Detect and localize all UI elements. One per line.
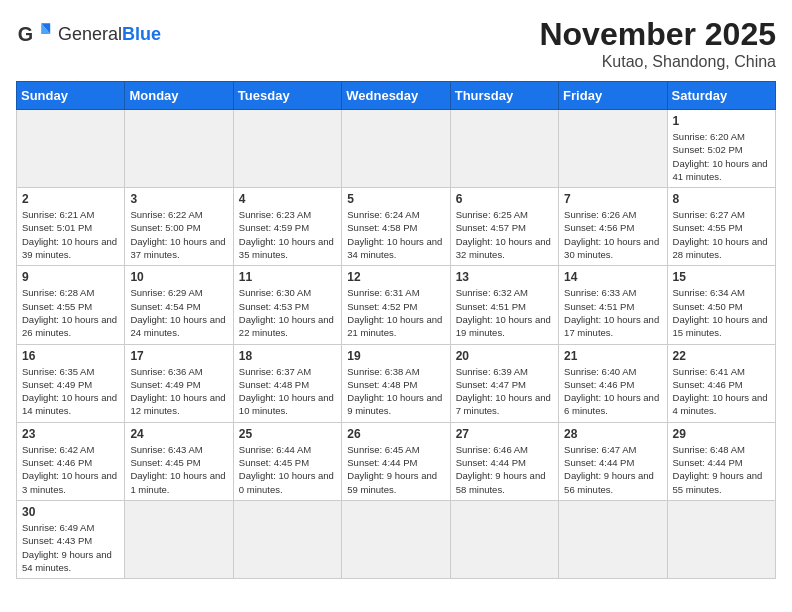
cell-sun-info: Sunrise: 6:26 AMSunset: 4:56 PMDaylight:… [564,208,661,261]
calendar-cell: 7Sunrise: 6:26 AMSunset: 4:56 PMDaylight… [559,188,667,266]
calendar-cell: 27Sunrise: 6:46 AMSunset: 4:44 PMDayligh… [450,422,558,500]
day-number: 8 [673,192,770,206]
day-number: 30 [22,505,119,519]
cell-sun-info: Sunrise: 6:40 AMSunset: 4:46 PMDaylight:… [564,365,661,418]
day-number: 5 [347,192,444,206]
cell-sun-info: Sunrise: 6:42 AMSunset: 4:46 PMDaylight:… [22,443,119,496]
cell-sun-info: Sunrise: 6:32 AMSunset: 4:51 PMDaylight:… [456,286,553,339]
day-number: 15 [673,270,770,284]
calendar-cell: 12Sunrise: 6:31 AMSunset: 4:52 PMDayligh… [342,266,450,344]
day-number: 9 [22,270,119,284]
day-number: 17 [130,349,227,363]
calendar-cell [450,500,558,578]
calendar-cell: 30Sunrise: 6:49 AMSunset: 4:43 PMDayligh… [17,500,125,578]
day-number: 4 [239,192,336,206]
cell-sun-info: Sunrise: 6:21 AMSunset: 5:01 PMDaylight:… [22,208,119,261]
day-number: 25 [239,427,336,441]
weekday-header: Wednesday [342,82,450,110]
day-number: 12 [347,270,444,284]
cell-sun-info: Sunrise: 6:35 AMSunset: 4:49 PMDaylight:… [22,365,119,418]
day-number: 23 [22,427,119,441]
cell-sun-info: Sunrise: 6:28 AMSunset: 4:55 PMDaylight:… [22,286,119,339]
calendar-cell: 22Sunrise: 6:41 AMSunset: 4:46 PMDayligh… [667,344,775,422]
month-title: November 2025 [539,16,776,53]
cell-sun-info: Sunrise: 6:20 AMSunset: 5:02 PMDaylight:… [673,130,770,183]
calendar-cell: 15Sunrise: 6:34 AMSunset: 4:50 PMDayligh… [667,266,775,344]
calendar-cell: 2Sunrise: 6:21 AMSunset: 5:01 PMDaylight… [17,188,125,266]
day-number: 16 [22,349,119,363]
title-block: November 2025 Kutao, Shandong, China [539,16,776,71]
calendar-cell: 11Sunrise: 6:30 AMSunset: 4:53 PMDayligh… [233,266,341,344]
calendar-cell: 13Sunrise: 6:32 AMSunset: 4:51 PMDayligh… [450,266,558,344]
day-number: 13 [456,270,553,284]
calendar-cell [667,500,775,578]
day-number: 2 [22,192,119,206]
logo: G GeneralBlue [16,16,161,52]
day-number: 29 [673,427,770,441]
cell-sun-info: Sunrise: 6:46 AMSunset: 4:44 PMDaylight:… [456,443,553,496]
weekday-header: Friday [559,82,667,110]
calendar-week-row: 2Sunrise: 6:21 AMSunset: 5:01 PMDaylight… [17,188,776,266]
calendar-week-row: 30Sunrise: 6:49 AMSunset: 4:43 PMDayligh… [17,500,776,578]
calendar-cell [125,500,233,578]
day-number: 19 [347,349,444,363]
cell-sun-info: Sunrise: 6:41 AMSunset: 4:46 PMDaylight:… [673,365,770,418]
weekday-header: Sunday [17,82,125,110]
cell-sun-info: Sunrise: 6:23 AMSunset: 4:59 PMDaylight:… [239,208,336,261]
svg-text:G: G [18,23,33,45]
calendar-cell: 17Sunrise: 6:36 AMSunset: 4:49 PMDayligh… [125,344,233,422]
cell-sun-info: Sunrise: 6:31 AMSunset: 4:52 PMDaylight:… [347,286,444,339]
weekday-header-row: SundayMondayTuesdayWednesdayThursdayFrid… [17,82,776,110]
day-number: 20 [456,349,553,363]
calendar-cell: 8Sunrise: 6:27 AMSunset: 4:55 PMDaylight… [667,188,775,266]
weekday-header: Saturday [667,82,775,110]
calendar-cell: 9Sunrise: 6:28 AMSunset: 4:55 PMDaylight… [17,266,125,344]
logo-icon: G [16,16,52,52]
calendar-week-row: 23Sunrise: 6:42 AMSunset: 4:46 PMDayligh… [17,422,776,500]
calendar-cell: 18Sunrise: 6:37 AMSunset: 4:48 PMDayligh… [233,344,341,422]
cell-sun-info: Sunrise: 6:49 AMSunset: 4:43 PMDaylight:… [22,521,119,574]
weekday-header: Monday [125,82,233,110]
calendar-cell [559,110,667,188]
cell-sun-info: Sunrise: 6:45 AMSunset: 4:44 PMDaylight:… [347,443,444,496]
day-number: 11 [239,270,336,284]
calendar-week-row: 9Sunrise: 6:28 AMSunset: 4:55 PMDaylight… [17,266,776,344]
location: Kutao, Shandong, China [539,53,776,71]
calendar-cell [233,110,341,188]
cell-sun-info: Sunrise: 6:27 AMSunset: 4:55 PMDaylight:… [673,208,770,261]
cell-sun-info: Sunrise: 6:36 AMSunset: 4:49 PMDaylight:… [130,365,227,418]
calendar-cell: 20Sunrise: 6:39 AMSunset: 4:47 PMDayligh… [450,344,558,422]
cell-sun-info: Sunrise: 6:24 AMSunset: 4:58 PMDaylight:… [347,208,444,261]
calendar-week-row: 1Sunrise: 6:20 AMSunset: 5:02 PMDaylight… [17,110,776,188]
cell-sun-info: Sunrise: 6:22 AMSunset: 5:00 PMDaylight:… [130,208,227,261]
calendar-cell [17,110,125,188]
day-number: 26 [347,427,444,441]
calendar-cell: 16Sunrise: 6:35 AMSunset: 4:49 PMDayligh… [17,344,125,422]
day-number: 14 [564,270,661,284]
calendar-cell: 6Sunrise: 6:25 AMSunset: 4:57 PMDaylight… [450,188,558,266]
cell-sun-info: Sunrise: 6:38 AMSunset: 4:48 PMDaylight:… [347,365,444,418]
calendar-cell: 3Sunrise: 6:22 AMSunset: 5:00 PMDaylight… [125,188,233,266]
calendar-cell [559,500,667,578]
cell-sun-info: Sunrise: 6:34 AMSunset: 4:50 PMDaylight:… [673,286,770,339]
calendar-cell: 10Sunrise: 6:29 AMSunset: 4:54 PMDayligh… [125,266,233,344]
page-header: G GeneralBlue November 2025 Kutao, Shand… [16,16,776,71]
calendar-cell: 19Sunrise: 6:38 AMSunset: 4:48 PMDayligh… [342,344,450,422]
calendar-cell: 5Sunrise: 6:24 AMSunset: 4:58 PMDaylight… [342,188,450,266]
cell-sun-info: Sunrise: 6:48 AMSunset: 4:44 PMDaylight:… [673,443,770,496]
day-number: 10 [130,270,227,284]
day-number: 21 [564,349,661,363]
calendar-cell: 21Sunrise: 6:40 AMSunset: 4:46 PMDayligh… [559,344,667,422]
calendar-cell [125,110,233,188]
calendar-cell: 23Sunrise: 6:42 AMSunset: 4:46 PMDayligh… [17,422,125,500]
day-number: 28 [564,427,661,441]
weekday-header: Tuesday [233,82,341,110]
calendar-cell [233,500,341,578]
calendar-cell: 28Sunrise: 6:47 AMSunset: 4:44 PMDayligh… [559,422,667,500]
day-number: 6 [456,192,553,206]
calendar-week-row: 16Sunrise: 6:35 AMSunset: 4:49 PMDayligh… [17,344,776,422]
cell-sun-info: Sunrise: 6:44 AMSunset: 4:45 PMDaylight:… [239,443,336,496]
cell-sun-info: Sunrise: 6:25 AMSunset: 4:57 PMDaylight:… [456,208,553,261]
day-number: 3 [130,192,227,206]
calendar-cell: 4Sunrise: 6:23 AMSunset: 4:59 PMDaylight… [233,188,341,266]
